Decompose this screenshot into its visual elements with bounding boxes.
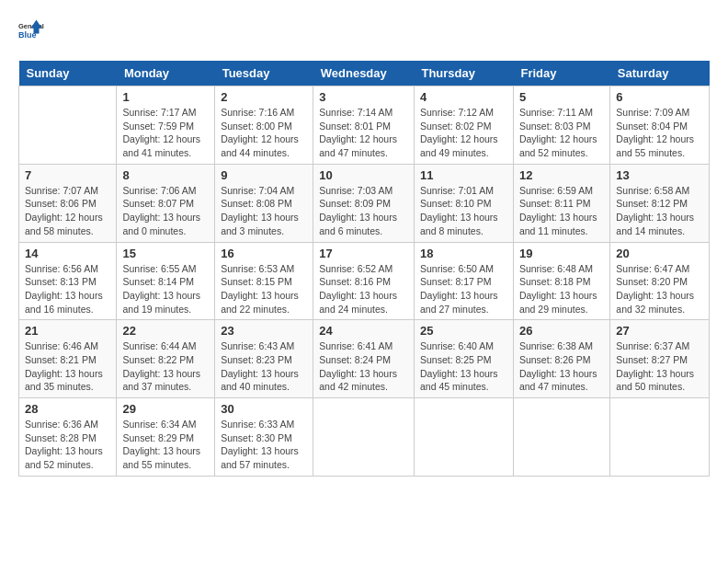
day-number: 16 [221, 247, 307, 260]
day-info: Sunrise: 7:01 AM Sunset: 8:10 PM Dayligh… [420, 184, 507, 238]
calendar-cell: 25Sunrise: 6:40 AM Sunset: 8:25 PM Dayli… [414, 320, 513, 398]
day-info: Sunrise: 6:47 AM Sunset: 8:20 PM Dayligh… [616, 262, 703, 316]
day-info: Sunrise: 6:48 AM Sunset: 8:18 PM Dayligh… [519, 262, 604, 316]
calendar-cell: 13Sunrise: 6:58 AM Sunset: 8:12 PM Dayli… [610, 164, 710, 242]
calendar-cell: 5Sunrise: 7:11 AM Sunset: 8:03 PM Daylig… [513, 86, 609, 165]
day-info: Sunrise: 6:36 AM Sunset: 8:28 PM Dayligh… [25, 418, 110, 472]
day-number: 12 [519, 168, 604, 182]
svg-text:Blue: Blue [18, 30, 37, 40]
day-info: Sunrise: 6:46 AM Sunset: 8:21 PM Dayligh… [25, 339, 110, 394]
calendar-cell: 29Sunrise: 6:34 AM Sunset: 8:29 PM Dayli… [117, 398, 215, 477]
calendar-cell: 9Sunrise: 7:04 AM Sunset: 8:08 PM Daylig… [215, 164, 313, 242]
calendar-cell: 16Sunrise: 6:53 AM Sunset: 8:15 PM Dayli… [215, 242, 313, 320]
calendar-cell: 19Sunrise: 6:48 AM Sunset: 8:18 PM Dayli… [513, 242, 609, 320]
calendar-cell: 21Sunrise: 6:46 AM Sunset: 8:21 PM Dayli… [19, 320, 117, 398]
calendar-cell: 22Sunrise: 6:44 AM Sunset: 8:22 PM Dayli… [117, 320, 215, 398]
day-info: Sunrise: 6:53 AM Sunset: 8:15 PM Dayligh… [221, 262, 307, 316]
calendar-week-row: 1Sunrise: 7:17 AM Sunset: 7:59 PM Daylig… [19, 86, 710, 165]
day-info: Sunrise: 6:38 AM Sunset: 8:26 PM Dayligh… [519, 339, 604, 394]
day-number: 9 [221, 168, 307, 182]
day-info: Sunrise: 7:06 AM Sunset: 8:07 PM Dayligh… [122, 184, 209, 238]
day-number: 5 [519, 90, 604, 104]
day-number: 14 [25, 247, 110, 260]
day-info: Sunrise: 7:11 AM Sunset: 8:03 PM Dayligh… [519, 106, 604, 160]
calendar-cell: 2Sunrise: 7:16 AM Sunset: 8:00 PM Daylig… [215, 86, 313, 165]
calendar-cell: 10Sunrise: 7:03 AM Sunset: 8:09 PM Dayli… [313, 164, 415, 242]
weekday-header-saturday: Saturday [610, 61, 710, 86]
day-info: Sunrise: 6:55 AM Sunset: 8:14 PM Dayligh… [122, 262, 209, 316]
calendar-cell [313, 398, 415, 477]
day-number: 29 [122, 402, 209, 416]
day-info: Sunrise: 7:12 AM Sunset: 8:02 PM Dayligh… [420, 106, 507, 160]
calendar-cell: 24Sunrise: 6:41 AM Sunset: 8:24 PM Dayli… [313, 320, 415, 398]
day-info: Sunrise: 7:17 AM Sunset: 7:59 PM Dayligh… [122, 106, 209, 160]
day-info: Sunrise: 7:04 AM Sunset: 8:08 PM Dayligh… [221, 184, 307, 238]
day-number: 11 [420, 168, 507, 182]
weekday-header-sunday: Sunday [19, 61, 117, 86]
day-number: 17 [319, 247, 408, 260]
weekday-header-tuesday: Tuesday [215, 61, 313, 86]
calendar-cell: 8Sunrise: 7:06 AM Sunset: 8:07 PM Daylig… [117, 164, 215, 242]
day-info: Sunrise: 6:56 AM Sunset: 8:13 PM Dayligh… [25, 262, 110, 316]
day-info: Sunrise: 6:58 AM Sunset: 8:12 PM Dayligh… [616, 184, 703, 238]
weekday-header-friday: Friday [513, 61, 609, 86]
calendar-cell: 4Sunrise: 7:12 AM Sunset: 8:02 PM Daylig… [414, 86, 513, 165]
calendar-cell: 17Sunrise: 6:52 AM Sunset: 8:16 PM Dayli… [313, 242, 415, 320]
day-info: Sunrise: 6:50 AM Sunset: 8:17 PM Dayligh… [420, 262, 507, 316]
calendar-week-row: 14Sunrise: 6:56 AM Sunset: 8:13 PM Dayli… [19, 242, 710, 320]
day-number: 4 [420, 90, 507, 104]
day-number: 20 [616, 247, 703, 260]
calendar-cell: 18Sunrise: 6:50 AM Sunset: 8:17 PM Dayli… [414, 242, 513, 320]
day-number: 13 [616, 168, 703, 182]
day-number: 3 [319, 90, 408, 104]
day-number: 28 [25, 402, 110, 416]
calendar-cell [610, 398, 710, 477]
calendar-week-row: 28Sunrise: 6:36 AM Sunset: 8:28 PM Dayli… [19, 398, 710, 477]
day-number: 10 [319, 168, 408, 182]
day-number: 21 [25, 324, 110, 338]
calendar-cell: 27Sunrise: 6:37 AM Sunset: 8:27 PM Dayli… [610, 320, 710, 398]
day-number: 27 [616, 324, 703, 338]
day-number: 2 [221, 90, 307, 104]
day-info: Sunrise: 6:59 AM Sunset: 8:11 PM Dayligh… [519, 184, 604, 238]
logo: General Blue [18, 18, 46, 46]
day-number: 19 [519, 247, 604, 260]
calendar-week-row: 21Sunrise: 6:46 AM Sunset: 8:21 PM Dayli… [19, 320, 710, 398]
calendar-cell: 11Sunrise: 7:01 AM Sunset: 8:10 PM Dayli… [414, 164, 513, 242]
calendar-cell: 1Sunrise: 7:17 AM Sunset: 7:59 PM Daylig… [117, 86, 215, 165]
day-number: 25 [420, 324, 507, 338]
day-info: Sunrise: 6:33 AM Sunset: 8:30 PM Dayligh… [221, 418, 307, 472]
day-number: 8 [122, 168, 209, 182]
day-info: Sunrise: 7:09 AM Sunset: 8:04 PM Dayligh… [616, 106, 703, 160]
day-info: Sunrise: 6:40 AM Sunset: 8:25 PM Dayligh… [420, 339, 507, 394]
calendar-cell: 28Sunrise: 6:36 AM Sunset: 8:28 PM Dayli… [19, 398, 117, 477]
day-number: 15 [122, 247, 209, 260]
day-number: 18 [420, 247, 507, 260]
calendar-cell: 20Sunrise: 6:47 AM Sunset: 8:20 PM Dayli… [610, 242, 710, 320]
calendar-cell: 3Sunrise: 7:14 AM Sunset: 8:01 PM Daylig… [313, 86, 415, 165]
calendar-cell [513, 398, 609, 477]
weekday-header-row: SundayMondayTuesdayWednesdayThursdayFrid… [19, 61, 710, 86]
calendar-cell: 15Sunrise: 6:55 AM Sunset: 8:14 PM Dayli… [117, 242, 215, 320]
day-info: Sunrise: 6:41 AM Sunset: 8:24 PM Dayligh… [319, 339, 408, 394]
calendar-cell: 12Sunrise: 6:59 AM Sunset: 8:11 PM Dayli… [513, 164, 609, 242]
day-info: Sunrise: 6:52 AM Sunset: 8:16 PM Dayligh… [319, 262, 408, 316]
calendar-cell: 26Sunrise: 6:38 AM Sunset: 8:26 PM Dayli… [513, 320, 609, 398]
calendar-cell: 7Sunrise: 7:07 AM Sunset: 8:06 PM Daylig… [19, 164, 117, 242]
calendar-cell: 30Sunrise: 6:33 AM Sunset: 8:30 PM Dayli… [215, 398, 313, 477]
calendar-week-row: 7Sunrise: 7:07 AM Sunset: 8:06 PM Daylig… [19, 164, 710, 242]
day-number: 6 [616, 90, 703, 104]
calendar-cell [19, 86, 117, 165]
day-info: Sunrise: 7:07 AM Sunset: 8:06 PM Dayligh… [25, 184, 110, 238]
weekday-header-thursday: Thursday [414, 61, 513, 86]
day-number: 26 [519, 324, 604, 338]
day-number: 7 [25, 168, 110, 182]
day-info: Sunrise: 6:43 AM Sunset: 8:23 PM Dayligh… [221, 339, 307, 394]
day-number: 24 [319, 324, 408, 338]
day-info: Sunrise: 7:14 AM Sunset: 8:01 PM Dayligh… [319, 106, 408, 160]
day-info: Sunrise: 6:34 AM Sunset: 8:29 PM Dayligh… [122, 418, 209, 472]
calendar-table: SundayMondayTuesdayWednesdayThursdayFrid… [18, 61, 710, 477]
day-info: Sunrise: 7:16 AM Sunset: 8:00 PM Dayligh… [221, 106, 307, 160]
logo-icon: General Blue [18, 18, 46, 46]
day-number: 23 [221, 324, 307, 338]
